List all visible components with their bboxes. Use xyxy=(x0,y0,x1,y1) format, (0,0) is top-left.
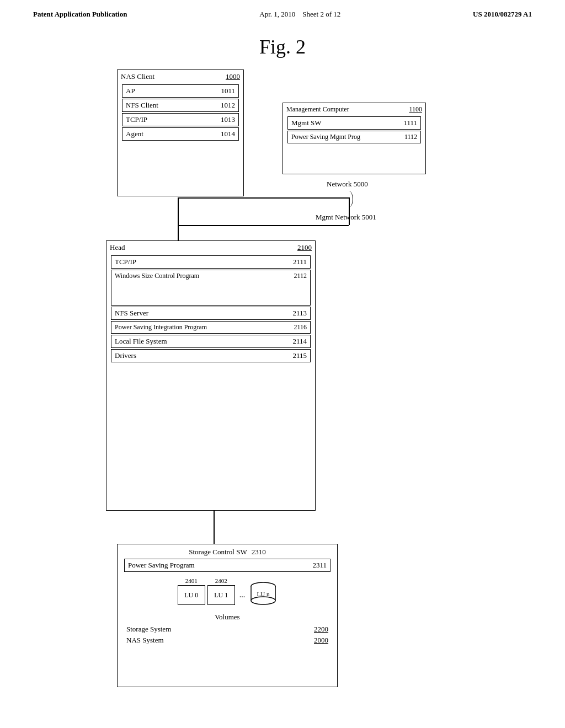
header-date-sheet: Apr. 1, 2010 Sheet 2 of 12 xyxy=(259,10,340,19)
storage-control-label: Storage Control SW xyxy=(189,548,247,556)
line-head-storage xyxy=(214,511,215,545)
nas-client-id: 1000 xyxy=(226,72,240,81)
curve-connector xyxy=(344,191,353,207)
mgmt-network-label: Mgmt Network 5001 xyxy=(316,213,376,222)
mgmt-computer-label: Management Computer xyxy=(286,105,349,114)
tcpip-head-id: 2111 xyxy=(293,258,307,266)
nas-system-id: 2000 xyxy=(314,636,328,645)
ap-label: AP xyxy=(126,87,135,95)
nfs-server-label: NFS Server xyxy=(115,309,148,318)
lu0-label: LU 0 xyxy=(184,591,198,599)
nfs-client-id: 1012 xyxy=(221,101,235,110)
power-saving-prog-label: Power Saving Program xyxy=(128,561,195,570)
power-saving-int-id: 2116 xyxy=(294,323,307,331)
power-saving-prog-id: 2311 xyxy=(312,561,327,570)
line-nas-mgmt xyxy=(178,197,349,199)
lu1-id: 2402 xyxy=(215,577,227,584)
mgmt-computer-box: Management Computer 1100 Mgmt SW 1111 Po… xyxy=(282,103,426,174)
power-saving-mgmt-label: Power Saving Mgmt Prog xyxy=(291,133,360,141)
tcpip-nas-id: 1013 xyxy=(221,115,235,124)
header-patent-number: US 2010/082729 A1 xyxy=(473,10,532,19)
local-fs-id: 2114 xyxy=(292,337,307,346)
windows-size-id: 2112 xyxy=(294,272,307,280)
svg-text:LU n: LU n xyxy=(257,591,270,597)
agent-id: 1014 xyxy=(221,130,235,138)
lu0-id: 2401 xyxy=(185,577,198,584)
nfs-server-id: 2113 xyxy=(292,309,307,318)
mgmt-sw-label: Mgmt SW xyxy=(291,119,322,127)
windows-size-label: Windows Size Control Program xyxy=(115,272,199,280)
nas-client-label: NAS Client xyxy=(121,72,154,81)
volumes-label: Volumes xyxy=(118,613,337,622)
line-nas-head xyxy=(178,197,179,240)
drivers-label: Drivers xyxy=(115,351,136,360)
nas-system-label: NAS System xyxy=(126,636,164,645)
diagram: NAS Client 1000 AP 1011 NFS Client 1012 … xyxy=(89,69,476,693)
mgmt-computer-id: 1100 xyxy=(409,105,422,114)
header-publication: Patent Application Publication xyxy=(33,10,127,19)
mgmt-sw-id: 1111 xyxy=(403,119,417,127)
svg-point-4 xyxy=(251,597,275,604)
storage-control-id: 2310 xyxy=(252,548,266,556)
lu1-label: LU 1 xyxy=(214,591,228,599)
ap-id: 1011 xyxy=(221,87,235,95)
agent-label: Agent xyxy=(126,130,143,138)
figure-title: Fig. 2 xyxy=(0,35,565,58)
storage-box: Storage Control SW 2310 Power Saving Pro… xyxy=(117,544,338,687)
local-fs-label: Local File System xyxy=(115,337,167,346)
head-box: Head 2100 TCP/IP 2111 Windows Size Contr… xyxy=(106,240,316,511)
storage-system-label: Storage System xyxy=(126,625,171,634)
power-saving-int-label: Power Saving Integration Program xyxy=(115,323,207,331)
drivers-id: 2115 xyxy=(292,351,307,360)
nfs-client-label: NFS Client xyxy=(126,101,158,110)
storage-system-id: 2200 xyxy=(314,625,328,634)
head-label: Head xyxy=(110,243,125,252)
line-mgmt-network xyxy=(178,225,349,226)
head-id: 2100 xyxy=(297,243,312,252)
network-label: Network 5000 xyxy=(327,180,368,189)
lu-ellipsis-id xyxy=(242,579,243,585)
nas-client-box: NAS Client 1000 AP 1011 NFS Client 1012 … xyxy=(117,69,244,196)
page-header: Patent Application Publication Apr. 1, 2… xyxy=(0,0,565,19)
lu-ellipsis: ... xyxy=(237,586,248,604)
tcpip-head-label: TCP/IP xyxy=(115,258,136,266)
tcpip-nas-label: TCP/IP xyxy=(126,115,147,124)
power-saving-mgmt-id: 1112 xyxy=(404,133,417,141)
